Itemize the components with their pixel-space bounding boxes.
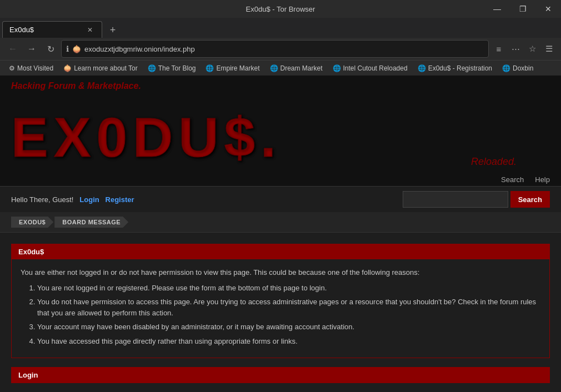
bookmark-dream-label: Dream Market (280, 64, 323, 72)
forum-search-row: Hello There, Guest! Login Register Searc… (0, 187, 561, 212)
forum-logo-container: EX0DU$. Reloaded. (11, 96, 550, 173)
error-reason-1: You are not logged in or registered. Ple… (37, 283, 540, 294)
bookmark-tor-blog-label: The Tor Blog (158, 64, 196, 72)
forum-main: Ex0du$ You are either not logged in or d… (0, 233, 561, 392)
bookmark-learn-tor[interactable]: 🧅 Learn more about Tor (59, 63, 142, 73)
bookmark-tor-blog[interactable]: 🌐 The Tor Blog (143, 63, 201, 73)
error-intro: You are either not logged in or do not h… (21, 267, 540, 278)
error-list: You are not logged in or registered. Ple… (21, 283, 540, 347)
error-box-body: You are either not logged in or do not h… (12, 259, 549, 358)
close-button[interactable]: ✕ (535, 0, 561, 18)
reloaded-text: Reloaded. (471, 156, 517, 168)
navbar: ← → ↻ ℹ 🧅 ≡ ⋯ ☆ ☰ (0, 38, 561, 60)
svg-text:EX0DU$.: EX0DU$. (11, 106, 282, 168)
window-controls: — ❐ ✕ (484, 0, 561, 18)
onion-icon: 🧅 (72, 45, 81, 53)
info-icon: ℹ (66, 44, 69, 53)
forum-header: Hacking Forum & Marketplace. EX0DU$. Rel… (0, 76, 561, 173)
breadcrumb-bar: EXODU$ BOARD MESSAGE (0, 212, 561, 233)
breadcrumb-item-2: BOARD MESSAGE (54, 217, 129, 228)
login-box-title: Login (12, 368, 549, 383)
forum-greeting: Hello There, Guest! Login Register (11, 195, 134, 204)
bookmark-most-visited-label: Most Visited (17, 64, 53, 72)
page-content: Hacking Forum & Marketplace. EX0DU$. Rel… (0, 76, 561, 392)
bookmark-exodus-reg[interactable]: 🌐 Ex0du$ - Registration (413, 63, 497, 73)
bookmark-empire-label: Empire Market (216, 64, 259, 72)
more-options-button[interactable]: ⋯ (508, 41, 523, 57)
tab-close-button[interactable]: ✕ (85, 25, 95, 35)
forum-tagline: Hacking Forum & Marketplace. (11, 81, 550, 91)
search-nav-link[interactable]: Search (501, 175, 524, 184)
breadcrumb-item-1: EXODU$ (11, 217, 54, 228)
forward-button[interactable]: → (23, 41, 40, 57)
bookmark-dream[interactable]: 🌐 Dream Market (266, 63, 327, 73)
greeting-text: Hello There, Guest! (11, 195, 73, 204)
reload-button[interactable]: ↻ (42, 41, 59, 57)
most-visited-icon: ⚙ (9, 64, 15, 72)
bookmark-empire[interactable]: 🌐 Empire Market (201, 63, 264, 73)
tabbar: Ex0du$ ✕ + (0, 18, 561, 38)
dream-icon: 🌐 (270, 64, 278, 72)
forum-top-nav: Search Help (0, 173, 561, 187)
bookmark-intel-label: Intel Cutout Reloaded (343, 64, 408, 72)
tab-title: Ex0du$ (9, 26, 34, 34)
intel-icon: 🌐 (333, 64, 341, 72)
learn-tor-icon: 🧅 (63, 64, 72, 72)
breadcrumb-exodus[interactable]: EXODU$ (11, 217, 53, 228)
active-tab[interactable]: Ex0du$ ✕ (2, 21, 102, 38)
bookmark-button[interactable]: ☆ (524, 41, 540, 57)
breadcrumb-board-message[interactable]: BOARD MESSAGE (54, 217, 128, 228)
bookmark-intel[interactable]: 🌐 Intel Cutout Reloaded (328, 63, 412, 73)
forum-wrapper: Hacking Forum & Marketplace. EX0DU$. Rel… (0, 76, 561, 392)
new-tab-button[interactable]: + (104, 22, 121, 38)
login-box: Login (11, 367, 550, 383)
minimize-button[interactable]: — (484, 0, 510, 18)
exodus-reg-icon: 🌐 (418, 64, 426, 72)
error-reason-3: Your account may have been disabled by a… (37, 321, 540, 333)
forum-search-group: Search (403, 191, 550, 208)
error-reason-2: You do not have permission to access thi… (37, 296, 540, 318)
doxbin-icon: 🌐 (502, 64, 510, 72)
help-nav-link[interactable]: Help (535, 175, 550, 184)
nav-right-buttons: ≡ ⋯ ☆ ☰ (491, 41, 557, 57)
bookmark-learn-tor-label: Learn more about Tor (74, 64, 138, 72)
menu-button[interactable]: ☰ (541, 41, 557, 57)
bookmark-doxbin[interactable]: 🌐 Doxbin (498, 63, 538, 73)
url-input[interactable] (84, 45, 484, 53)
tor-blog-icon: 🌐 (148, 64, 156, 72)
forum-logo: EX0DU$. (11, 101, 300, 168)
empire-icon: 🌐 (206, 64, 214, 72)
forum-search-button[interactable]: Search (510, 191, 550, 208)
back-button[interactable]: ← (4, 41, 21, 57)
error-box-title: Ex0du$ (12, 244, 549, 259)
titlebar: Ex0du$ - Tor Browser — ❐ ✕ (0, 0, 561, 18)
url-bar[interactable]: ℹ 🧅 (61, 40, 489, 58)
bookmark-doxbin-label: Doxbin (513, 64, 533, 72)
bookmark-exodus-reg-label: Ex0du$ - Registration (428, 64, 492, 72)
forum-search-input[interactable] (403, 191, 508, 208)
login-link[interactable]: Login (79, 195, 99, 204)
bookmarks-bar: ⚙ Most Visited 🧅 Learn more about Tor 🌐 … (0, 60, 561, 76)
register-link[interactable]: Register (106, 195, 134, 204)
reader-mode-button[interactable]: ≡ (491, 41, 507, 57)
restore-button[interactable]: ❐ (510, 0, 535, 18)
error-box: Ex0du$ You are either not logged in or d… (11, 244, 550, 358)
error-reason-4: You have accessed this page directly rat… (37, 336, 540, 347)
title-text: Ex0du$ - Tor Browser (246, 5, 315, 13)
bookmark-most-visited[interactable]: ⚙ Most Visited (4, 63, 58, 73)
